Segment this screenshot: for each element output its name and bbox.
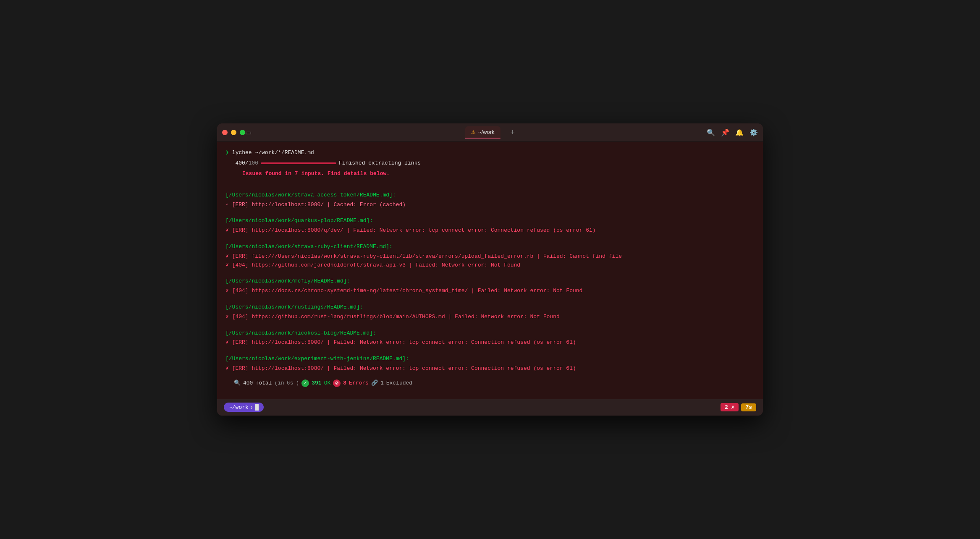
cwd-text: ~/work — [229, 404, 249, 411]
total-count: 400 — [243, 379, 253, 388]
cwd-badge: ~/work ❯ — [224, 403, 264, 412]
progress-bar — [261, 162, 336, 164]
traffic-lights — [222, 130, 245, 135]
status-summary-bar: 🔍 400 Total (in 6s ) ✓ 391 OK ⊘ 8 Errors… — [225, 377, 755, 392]
excl-label: Excluded — [386, 379, 412, 388]
ok-label: OK — [324, 379, 331, 388]
search-icon[interactable]: 🔍 — [707, 128, 715, 136]
cursor-blink — [255, 404, 259, 411]
err-line-strava-ruby-2: ✗ [404] https://github.com/jaredholdcrof… — [225, 261, 755, 270]
err-line-jenkins: ✗ [ERR] http://localhost:8080/ | Failed:… — [225, 364, 755, 373]
command-text: lychee ~/work/*/README.md — [232, 149, 314, 157]
err-line-quarkus: ✗ [ERR] http://localhost:8080/q/dev/ | F… — [225, 226, 755, 235]
titlebar-actions: 🔍 📌 🔔 ⚙️ — [707, 128, 758, 136]
time-close: ) — [296, 379, 299, 388]
maximize-button[interactable] — [240, 130, 245, 135]
command-prompt-line: ❯ lychee ~/work/*/README.md — [225, 149, 755, 157]
pin-icon[interactable]: 📌 — [721, 128, 729, 136]
excl-count: 1 — [380, 379, 384, 388]
progress-line: 400/100Finished extracting links — [225, 159, 755, 168]
warning-icon: ⚠ — [471, 129, 476, 135]
err-label: Errors — [349, 379, 369, 388]
titlebar: ▭ ⚠ ~/work + 🔍 📌 🔔 ⚙️ — [217, 123, 763, 142]
bottom-toolbar: ~/work ❯ 2 ✗ 7s — [217, 399, 763, 416]
prompt-arrow-icon: ❯ — [225, 149, 229, 157]
tab-title-label: ~/work — [478, 129, 495, 135]
minimize-button[interactable] — [231, 130, 236, 135]
err-line-nicokosi-blog: ✗ [ERR] http://localhost:8000/ | Failed:… — [225, 338, 755, 347]
progress-count: 400/ — [235, 160, 248, 166]
time-value: 6s — [287, 379, 293, 388]
file-header-rustlings: [/Users/nicolas/work/rustlings/README.md… — [225, 303, 755, 312]
file-header-quarkus: [/Users/nicolas/work/quarkus-plop/README… — [225, 217, 755, 225]
time-badge: 7s — [741, 403, 756, 411]
progress-message: Finished extracting links — [339, 160, 421, 166]
error-count-badge: 2 ✗ — [721, 403, 739, 411]
err-line-strava-ruby-1: ✗ [ERR] file:///Users/nicolas/work/strav… — [225, 252, 755, 261]
terminal-content: ❯ lychee ~/work/*/README.md 400/100Finis… — [217, 142, 763, 398]
magnify-icon: 🔍 — [234, 379, 241, 388]
ok-count: 391 — [312, 379, 321, 388]
err-circle-icon: ⊘ — [333, 379, 341, 387]
cwd-chevron-icon: ❯ — [250, 405, 253, 410]
tab-bar: ⚠ ~/work + — [465, 126, 515, 139]
right-status-bar: 2 ✗ 7s — [721, 403, 756, 411]
file-header-jenkins: [/Users/nicolas/work/experiment-with-jen… — [225, 355, 755, 364]
settings-icon[interactable]: ⚙️ — [749, 128, 758, 136]
file-header-mcfly: [/Users/nicolas/work/mcfly/README.md]: — [225, 277, 755, 286]
err-line-strava-access: ◦ [ERR] http://localhost:8080/ | Cached:… — [225, 201, 755, 209]
terminal-window: ▭ ⚠ ~/work + 🔍 📌 🔔 ⚙️ ❯ lychee ~/work/*/… — [217, 123, 763, 415]
time-label: (in — [274, 379, 284, 388]
sidebar-toggle-icon[interactable]: ▭ — [245, 128, 252, 136]
progress-total: 100 — [249, 160, 258, 166]
active-tab[interactable]: ⚠ ~/work — [465, 126, 500, 139]
file-header-strava-access: [/Users/nicolas/work/strava-access-token… — [225, 191, 755, 200]
err-line-rustlings: ✗ [404] https://github.com/rust-lang/rus… — [225, 313, 755, 322]
file-header-strava-ruby: [/Users/nicolas/work/strava-ruby-client/… — [225, 243, 755, 251]
bell-icon[interactable]: 🔔 — [735, 128, 744, 136]
err-line-mcfly: ✗ [404] https://docs.rs/chrono-systemd-t… — [225, 287, 755, 296]
close-button[interactable] — [222, 130, 228, 135]
err-count: 8 — [343, 379, 346, 388]
ok-checkmark-icon: ✓ — [301, 379, 309, 387]
file-header-nicokosi-blog: [/Users/nicolas/work/nicokosi-blog/READM… — [225, 329, 755, 338]
issues-summary-line: Issues found in 7 inputs. Find details b… — [225, 170, 755, 178]
total-label: Total — [255, 379, 272, 388]
excl-icon: 🔗 — [371, 379, 378, 388]
add-tab-button[interactable]: + — [511, 128, 515, 137]
